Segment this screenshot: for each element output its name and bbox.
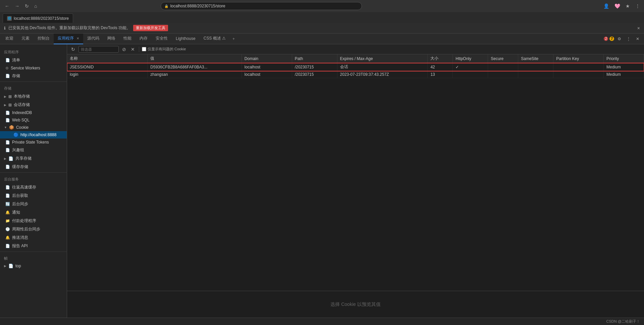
shared-storage-icon: 📄 <box>8 156 13 161</box>
cookie-arrow: ▼ <box>4 126 7 129</box>
notifications-icon: 🔔 <box>5 210 10 215</box>
refresh-cookies-button[interactable]: ↻ <box>70 46 76 53</box>
sidebar-item-notifications-label: 通知 <box>12 210 20 215</box>
sidebar-item-bfcache[interactable]: 📄 往返高速缓存 <box>0 183 67 192</box>
cell-partition-key <box>553 71 604 78</box>
dock-icon[interactable]: ⋮ <box>625 36 633 42</box>
tab-lighthouse2[interactable]: Lighthouse <box>172 34 200 44</box>
tab-lighthouse2-label: Lighthouse <box>176 36 196 41</box>
show-issues-checkbox[interactable] <box>142 47 146 51</box>
tab-console-label: 元素 <box>21 36 30 41</box>
tab-performance[interactable]: 网络 <box>103 34 119 44</box>
favorites-icon[interactable]: ★ <box>624 3 631 9</box>
notification-reload-button[interactable]: 重新加载开发工具 <box>133 25 168 31</box>
cell-secure <box>488 71 518 78</box>
cell-path: /20230715 <box>292 63 337 71</box>
payment-icon: 📁 <box>5 219 10 223</box>
sidebar-item-manifest[interactable]: 📄 清单 <box>0 56 67 64</box>
cell-value: zhangsan <box>148 71 241 78</box>
delete-cookie-button[interactable]: ✕ <box>129 46 136 53</box>
cell-domain: localhost <box>241 63 292 71</box>
tab-application-close[interactable]: ✕ <box>76 37 79 40</box>
sidebar-item-storage-clear[interactable]: 📄 存储 <box>0 72 67 80</box>
sidebar-item-websql[interactable]: 📄 Web SQL <box>0 116 67 124</box>
cell-priority: Medium <box>604 71 644 78</box>
clear-filter-button[interactable]: ⊘ <box>121 46 127 53</box>
forward-button[interactable]: → <box>13 2 21 10</box>
sidebar-item-background-fetch-label: 后台获取 <box>12 193 28 199</box>
tab-elements[interactable]: 欢迎 <box>1 34 17 44</box>
show-issues-checkbox-label[interactable]: 仅显示有问题的 Cookie <box>142 47 186 52</box>
cell-expires: 2023-07-23T09:37:43.257Z <box>337 71 428 78</box>
sidebar-item-localhost-cookie[interactable]: 🔵 http://localhost:8888 <box>0 131 67 139</box>
filter-input[interactable] <box>78 46 119 53</box>
sidebar-item-background-sync[interactable]: 🔄 后台同步 <box>0 200 67 208</box>
refresh-button[interactable]: ↻ <box>23 2 31 10</box>
sidebar-item-payment-handler[interactable]: 📁 付款处理程序 <box>0 217 67 225</box>
service-worker-icon: ⚙ <box>5 66 9 70</box>
sidebar-item-reporting-api[interactable]: 📄 报告 API <box>0 242 67 250</box>
divider-2 <box>0 172 67 173</box>
sidebar-group-frames[interactable]: ▶ 📄 top <box>0 262 67 270</box>
notification-close-button[interactable]: × <box>637 25 640 31</box>
sidebar: 应用程序 📄 清单 ⚙ Service Workers 📄 存储 存储 ▶ ⊞ … <box>0 44 67 318</box>
sidebar-item-private-state-tokens[interactable]: 📄 Private State Tokens <box>0 139 67 146</box>
sidebar-section-frames: 帧 <box>0 253 67 262</box>
browser-tab[interactable]: 🌐 localhost:8888/20230715/store <box>3 13 73 23</box>
address-text: localhost:8888/20230715/store <box>170 4 225 8</box>
sidebar-group-cookie[interactable]: ▼ 🍪 Cookie <box>0 124 67 131</box>
tab-performance-label: 网络 <box>107 36 115 41</box>
sidebar-group-shared-storage[interactable]: ▶ 📄 共享存储 <box>0 154 67 163</box>
cell-samesite <box>518 63 553 71</box>
sidebar-item-cache-storage[interactable]: 📄 缓存存储 <box>0 163 67 171</box>
sidebar-group-session-storage[interactable]: ▶ ⊞ 会话存储 <box>0 101 67 109</box>
close-devtools-icon[interactable]: ✕ <box>634 36 641 42</box>
manifest-icon: 📄 <box>5 58 10 62</box>
sidebar-group-local-storage[interactable]: ▶ ⊞ 本地存储 <box>0 92 67 101</box>
address-bar[interactable]: 🔒 localhost:8888/20230715/store <box>161 2 362 10</box>
sidebar-item-service-workers[interactable]: ⚙ Service Workers <box>0 64 67 72</box>
cell-priority: Medium <box>604 63 644 71</box>
toolbar-separator <box>139 47 139 52</box>
sidebar-item-private-state-label: Private State Tokens <box>12 140 49 145</box>
table-row[interactable]: loginzhangsanlocalhost/202307152023-07-2… <box>67 71 644 78</box>
session-storage-icon: ⊞ <box>8 103 12 107</box>
tab-console[interactable]: 元素 <box>17 34 34 44</box>
tab-application-label: 应用程序 <box>58 36 74 41</box>
profile-icon[interactable]: 👤 <box>602 3 610 9</box>
add-tab-button[interactable]: + <box>230 37 237 41</box>
cookie-icon: 🍪 <box>9 125 14 130</box>
tab-network[interactable]: 源代码 <box>83 34 103 44</box>
tab-favicon: 🌐 <box>7 16 12 21</box>
tab-sources[interactable]: 控制台 <box>34 34 54 44</box>
cookie-table-body: JSESSIONIDD5936CFB2B8A686FAF0BA3...local… <box>67 63 644 78</box>
sidebar-item-periodic-sync[interactable]: 🕐 周期性后台同步 <box>0 225 67 233</box>
sidebar-section-application: 应用程序 <box>0 47 67 56</box>
tab-css[interactable]: CSS 概述 ⚠ <box>200 34 230 44</box>
sidebar-item-notifications[interactable]: 🔔 通知 <box>0 208 67 217</box>
tab-elements-label: 欢迎 <box>5 36 13 41</box>
tab-security[interactable]: 内存 <box>136 34 152 44</box>
sidebar-item-push-messaging[interactable]: 🔔 推送消息 <box>0 233 67 242</box>
sidebar-item-reporting-api-label: 报告 API <box>12 243 28 249</box>
back-button[interactable]: ← <box>3 2 11 10</box>
settings-icon[interactable]: ⚙ <box>615 36 623 42</box>
cell-name: login <box>67 71 148 78</box>
table-row[interactable]: JSESSIONIDD5936CFB2B8A686FAF0BA3...local… <box>67 63 644 71</box>
tab-lighthouse[interactable]: 安全性 <box>152 34 172 44</box>
menu-icon[interactable]: ⋮ <box>634 3 641 9</box>
shared-storage-label: 共享存储 <box>15 156 32 161</box>
tab-memory[interactable]: 性能 <box>119 34 136 44</box>
storage-clear-icon: 📄 <box>5 74 10 78</box>
sidebar-item-periodic-sync-label: 周期性后台同步 <box>12 226 40 232</box>
sidebar-item-interest-groups[interactable]: 📄 兴趣组 <box>0 146 67 154</box>
table-header-row: 名称 值 Domain Path Expires / Max-Age 大小 Ht… <box>67 54 644 63</box>
extensions-icon[interactable]: 🩷 <box>613 3 622 9</box>
sidebar-item-indexeddb[interactable]: 📄 IndexedDB <box>0 109 67 116</box>
interest-groups-icon: 📄 <box>5 148 10 152</box>
home-button[interactable]: ⌂ <box>32 2 39 10</box>
tab-application[interactable]: 应用程序 ✕ <box>54 34 83 44</box>
top-right-icons: 👤 🩷 ★ ⋮ <box>602 3 641 9</box>
sidebar-section-backend: 后台服务 <box>0 174 67 183</box>
sidebar-item-background-fetch[interactable]: 📄 后台获取 <box>0 192 67 200</box>
